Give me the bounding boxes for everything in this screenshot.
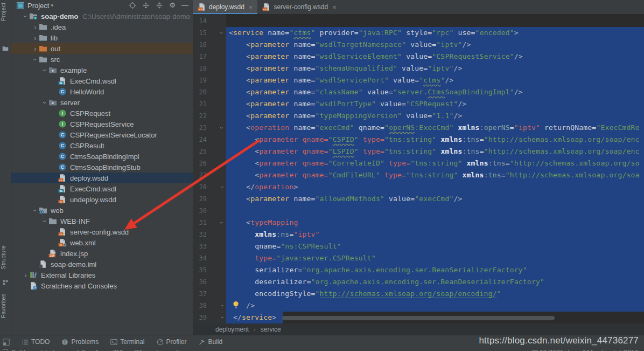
chevron-down-icon[interactable]: ›	[41, 67, 49, 74]
code-line-26[interactable]: <parameter qname="CorrelateID" type="tns…	[193, 157, 644, 169]
chevron-down-icon[interactable]: ›	[41, 99, 49, 106]
code-line-23[interactable]: <operation name="execCmd" qname="operNS:…	[193, 122, 644, 134]
close-icon[interactable]: ×	[332, 3, 337, 11]
code-line-19[interactable]: <parameter name="wsdlServicePort" value=…	[193, 74, 644, 86]
toolbar-item-todo[interactable]: TODO	[22, 338, 50, 346]
tree-item-src[interactable]: ›src	[11, 54, 193, 65]
tree-item-label: Scratches and Consoles	[41, 282, 117, 290]
toolbar-item-profiler[interactable]: Profiler	[157, 338, 187, 346]
svg-text:<>: <>	[199, 8, 202, 11]
problems-icon	[61, 339, 68, 346]
tree-item-web.xml[interactable]: <>web.xml	[11, 237, 193, 248]
breadcrumb-item-deployment[interactable]: deployment	[215, 326, 249, 333]
file-wsdd-icon: <>	[262, 3, 271, 11]
chevron-right-icon[interactable]: ›	[32, 34, 39, 42]
tree-item-soap-demo.iml[interactable]: soap-demo.iml	[11, 259, 193, 270]
locate-icon[interactable]	[129, 2, 136, 9]
expand-all-icon[interactable]	[156, 2, 163, 9]
tree-item-csprequest[interactable]: ICSPRequest	[11, 108, 193, 119]
tree-item-ctmssoapbindingstub[interactable]: CCtmsSoapBindingStub	[11, 162, 193, 173]
code-line-30[interactable]	[193, 205, 644, 217]
tree-item-label: CSPResult	[70, 142, 104, 150]
svg-text:C: C	[61, 154, 65, 159]
tree-item-label: out	[51, 45, 60, 53]
toolwindow-switcher-icon[interactable]	[3, 339, 10, 346]
tree-item-ctmssoapbindingimpl[interactable]: CCtmsSoapBindingImpl	[11, 151, 193, 162]
code-line-15[interactable]: <service name="ctms" provider="java:RPC"…	[193, 27, 644, 39]
file-wsdd-icon: <>	[198, 3, 206, 11]
tab-deploy.wsdd[interactable]: <>deploy.wsdd×	[193, 0, 257, 14]
class-icon: C	[58, 163, 67, 171]
tree-item-example[interactable]: ›example	[11, 65, 193, 75]
code-line-34[interactable]: type="java:server.CSPResult"	[193, 252, 644, 264]
tree-item-execcmd.wsdl[interactable]: DLExecCmd.wsdl	[11, 183, 193, 194]
collapse-all-icon[interactable]	[142, 2, 150, 9]
chevron-right-icon[interactable]: ›	[22, 271, 29, 279]
code-line-25[interactable]: <parameter qname="LSPID" type="tns:strin…	[193, 146, 644, 157]
code-line-32[interactable]: xmlns:ns="iptv"	[193, 229, 644, 240]
code-editor[interactable]: 1415›1617181920212223›2425262728›293031›…	[193, 14, 644, 324]
chevron-right-icon[interactable]: ›	[32, 45, 39, 53]
tree-item-.idea[interactable]: ›.idea	[11, 22, 193, 32]
code-line-17[interactable]: <parameter name="wsdlServiceElement" val…	[193, 51, 644, 63]
chevron-down-icon[interactable]: ›	[31, 56, 39, 63]
code-line-20[interactable]: <parameter name="className" value="serve…	[193, 86, 644, 98]
code-line-14[interactable]	[193, 15, 644, 27]
horizontal-scrollbar[interactable]	[282, 316, 555, 320]
toolbar-item-terminal[interactable]: Terminal	[110, 338, 144, 346]
tree-item-index.jsp[interactable]: JSPindex.jsp	[11, 248, 193, 259]
tree-item-execcmd.wsdl[interactable]: DLExecCmd.wsdl	[11, 75, 193, 86]
stripe-tab-structure[interactable]: Structure	[0, 245, 11, 270]
toolbar-item-problems[interactable]: Problems	[61, 338, 99, 346]
tree-item-label: WEB-INF	[60, 217, 90, 225]
code-line-31[interactable]: <typeMapping	[193, 217, 644, 229]
code-line-28[interactable]: </operation>	[193, 181, 644, 193]
close-icon[interactable]: ×	[249, 3, 253, 11]
stripe-tab-project[interactable]: Project	[0, 3, 11, 21]
code-line-36[interactable]: deserializer="org.apache.axis.encoding.s…	[193, 276, 644, 288]
chevron-right-icon[interactable]: ›	[32, 23, 39, 31]
tree-item-cspresult[interactable]: CCSPResult	[11, 140, 193, 151]
chevron-down-icon[interactable]: ›	[41, 218, 49, 225]
code-line-38[interactable]: />	[193, 300, 644, 312]
tree-item-csprequestservice[interactable]: ICSPRequestService	[11, 119, 193, 129]
tree-item-external-libraries[interactable]: ›External Libraries	[11, 270, 193, 280]
settings-icon[interactable]: ⚙	[169, 2, 176, 9]
code-line-21[interactable]: <parameter name="wsdlPortType" value="CS…	[193, 98, 644, 110]
tree-item-soap-demo[interactable]: ›soap-demoC:\Users\Administrator\soap-de…	[11, 11, 193, 22]
breadcrumb-item-service[interactable]: service	[261, 326, 281, 333]
file-iml-icon	[39, 260, 47, 269]
code-line-22[interactable]: <parameter name="typeMappingVersion" val…	[193, 110, 644, 122]
code-line-18[interactable]: <parameter name="schemaUnqualified" valu…	[193, 63, 644, 74]
code-line-16[interactable]: <parameter name="wsdlTargetNamespace" va…	[193, 39, 644, 51]
tree-item-scratches-and-consoles[interactable]: Scratches and Consoles	[11, 280, 193, 291]
class-icon: C	[58, 152, 67, 161]
tree-item-out[interactable]: ›out	[11, 43, 193, 54]
stripe-tab-favorites[interactable]: Favorites	[0, 294, 11, 318]
code-line-29[interactable]: <parameter name="allowedMethods" value="…	[193, 193, 644, 205]
code-line-37[interactable]: encodingStyle="http://schemas.xmlsoap.or…	[193, 288, 644, 300]
build-icon	[199, 339, 206, 346]
tree-item-undeploy.wsdd[interactable]: <>undeploy.wsdd	[11, 194, 193, 205]
tree-item-helloworld[interactable]: CHelloWorld	[11, 86, 193, 97]
tree-item-server[interactable]: ›server	[11, 97, 193, 108]
chevron-down-icon[interactable]: ▾	[51, 3, 53, 8]
toolbar-item-build[interactable]: Build	[199, 338, 223, 346]
code-line-33[interactable]: qname="ns:CSPResult"	[193, 240, 644, 252]
chevron-down-icon[interactable]: ›	[31, 207, 39, 214]
code-line-27[interactable]: <parameter qname="CmdFileURL" type="tns:…	[193, 169, 644, 181]
tree-item-label: index.jsp	[60, 250, 88, 258]
tree-item-web-inf[interactable]: ›WEB-INF	[11, 216, 193, 226]
chevron-down-icon[interactable]: ›	[22, 13, 30, 20]
tab-server-config.wsdd[interactable]: <>server-config.wsdd×	[257, 0, 341, 14]
tree-item-deploy.wsdd[interactable]: <>deploy.wsdd	[11, 173, 193, 183]
hide-icon[interactable]: —	[181, 2, 188, 9]
tree-item-csprequestservicelocator[interactable]: CCSPRequestServiceLocator	[11, 129, 193, 140]
tree-item-lib[interactable]: ›lib	[11, 32, 193, 43]
code-line-24[interactable]: <parameter qname="CSPID" type="tns:strin…	[193, 134, 644, 146]
tree-item-web[interactable]: ›web	[11, 205, 193, 216]
svg-text:C: C	[61, 132, 65, 137]
intention-bulb-icon[interactable]	[233, 301, 239, 308]
tree-item-server-config.wsdd[interactable]: <>server-config.wsdd	[11, 226, 193, 237]
code-line-35[interactable]: serializer="org.apache.axis.encoding.ser…	[193, 264, 644, 276]
